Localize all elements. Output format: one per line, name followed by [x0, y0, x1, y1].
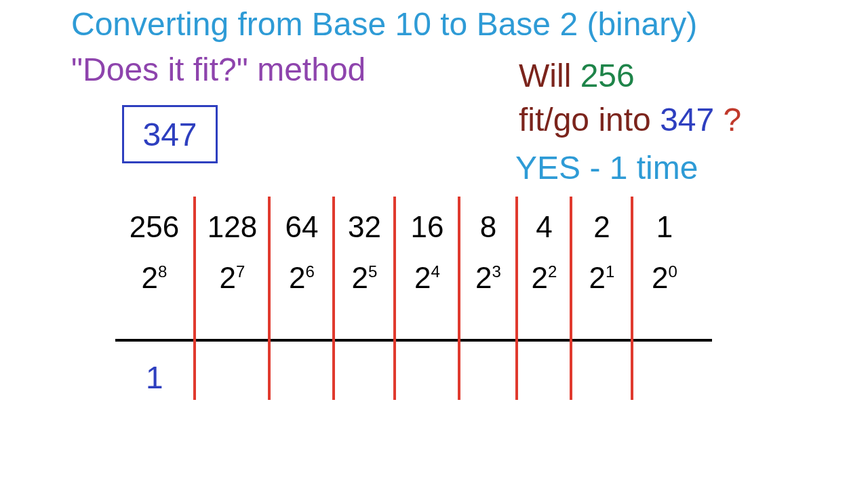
vertical-divider — [193, 197, 196, 400]
question-fit: fit/go into — [519, 102, 660, 138]
place-value: 64 — [271, 207, 332, 247]
place-value: 4 — [519, 207, 570, 247]
place-value: 2 — [573, 207, 631, 247]
place-power: 24 — [397, 254, 458, 302]
source-number-box: 347 — [122, 105, 218, 163]
place-value: 32 — [336, 207, 393, 247]
place-column: 25628 — [115, 207, 193, 302]
place-value: 1 — [641, 207, 688, 247]
question-value: 256 — [580, 58, 635, 94]
place-value: 256 — [115, 207, 193, 247]
place-column: 12827 — [197, 207, 268, 302]
place-column: 823 — [461, 207, 515, 302]
vertical-divider — [515, 197, 518, 400]
place-value: 16 — [397, 207, 458, 247]
place-power: 28 — [115, 254, 193, 302]
place-power: 25 — [336, 254, 393, 302]
question-target: 347 — [660, 102, 714, 138]
vertical-divider — [332, 197, 335, 400]
place-column: 221 — [573, 207, 631, 302]
vertical-divider — [631, 197, 633, 400]
question-block: Will 256 fit/go into 347 ? — [519, 54, 741, 142]
source-number: 347 — [142, 116, 197, 153]
place-column: 6426 — [271, 207, 332, 302]
question-mark: ? — [714, 102, 741, 138]
subtitle: "Does it fit?" method — [71, 51, 366, 88]
place-power: 26 — [271, 254, 332, 302]
page-title: Converting from Base 10 to Base 2 (binar… — [71, 5, 697, 43]
place-value: 128 — [197, 207, 268, 247]
result-digit: 1 — [146, 359, 163, 396]
horizontal-divider — [115, 339, 712, 342]
vertical-divider — [570, 197, 572, 400]
place-power: 27 — [197, 254, 268, 302]
place-value: 8 — [461, 207, 515, 247]
vertical-divider — [393, 197, 396, 400]
answer-text: YES - 1 time — [515, 149, 698, 186]
vertical-divider — [458, 197, 460, 400]
place-column: 1624 — [397, 207, 458, 302]
place-column: 120 — [641, 207, 688, 302]
place-power: 23 — [461, 254, 515, 302]
question-will: Will — [519, 58, 580, 94]
place-power: 20 — [641, 254, 688, 302]
place-column: 3225 — [336, 207, 393, 302]
place-power: 21 — [573, 254, 631, 302]
place-column: 422 — [519, 207, 570, 302]
place-power: 22 — [519, 254, 570, 302]
vertical-divider — [268, 197, 271, 400]
